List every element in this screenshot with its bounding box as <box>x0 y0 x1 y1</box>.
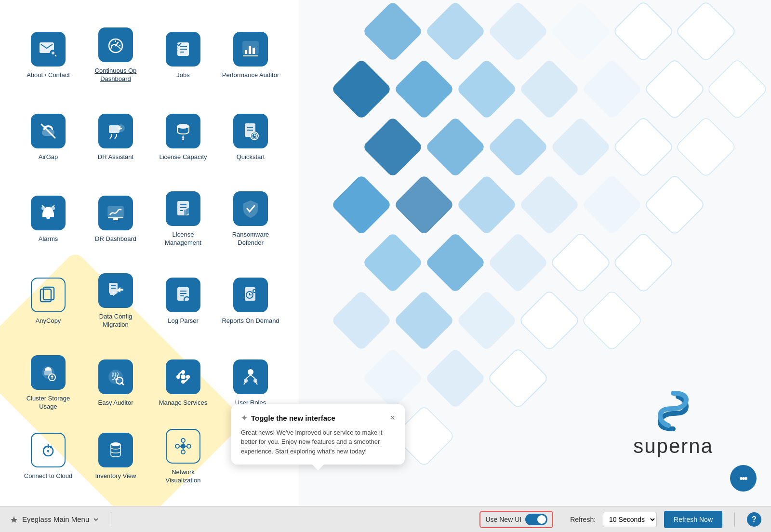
anycopy-label: AnyCopy <box>36 317 61 325</box>
svg-rect-119 <box>518 174 580 235</box>
svg-rect-111 <box>425 116 486 177</box>
cluster-storage-usage-item[interactable]: Cluster Storage Usage <box>14 342 82 424</box>
svg-rect-132 <box>362 347 423 409</box>
svg-line-10 <box>176 46 177 48</box>
svg-point-89 <box>175 444 179 448</box>
quickstart-icon <box>233 114 268 148</box>
performance-auditor-item[interactable]: Performance Auditor <box>217 14 284 96</box>
easy-auditor-item[interactable]: 010101 Easy Auditor <box>82 342 149 424</box>
svg-point-35 <box>51 206 55 210</box>
inventory-view-item[interactable]: Inventory View <box>82 424 149 490</box>
svg-rect-37 <box>108 206 123 217</box>
svg-rect-98 <box>425 0 486 62</box>
svg-rect-107 <box>581 58 642 120</box>
manage-services-icon <box>166 359 200 394</box>
svg-point-87 <box>111 442 120 446</box>
license-capacity-item[interactable]: License Capacity <box>149 96 217 178</box>
manage-services-item[interactable]: Manage Services <box>149 342 217 424</box>
airgap-icon <box>31 114 66 148</box>
data-config-migration-icon <box>98 273 133 308</box>
svg-point-90 <box>187 444 191 448</box>
performance-auditor-label: Performance Auditor <box>222 71 279 80</box>
toggle-interface-tooltip: ✦ Toggle the new interface × Great news!… <box>231 404 405 465</box>
refresh-now-button[interactable]: Refresh Now <box>664 511 722 528</box>
user-roles-icon <box>233 359 268 394</box>
svg-rect-134 <box>487 347 548 409</box>
dr-dashboard-item[interactable]: DR Dashboard <box>82 178 149 260</box>
license-management-item[interactable]: License Management <box>149 178 217 260</box>
use-new-ui-toggle[interactable] <box>525 514 547 525</box>
svg-rect-129 <box>456 290 517 351</box>
main-menu-button[interactable]: Eyeglass Main Menu <box>10 515 99 524</box>
anycopy-item[interactable]: AnyCopy <box>14 260 82 342</box>
toolbar-divider-2 <box>734 512 735 527</box>
svg-marker-23 <box>182 135 185 138</box>
svg-rect-127 <box>331 290 392 351</box>
data-config-migration-label: Data Config Migration <box>87 313 145 329</box>
network-visualization-icon <box>166 429 200 464</box>
license-capacity-label: License Capacity <box>160 153 207 161</box>
about-contact-icon <box>31 32 66 66</box>
svg-line-80 <box>251 375 255 379</box>
airgap-label: AirGap <box>39 153 58 161</box>
svg-point-139 <box>744 477 747 480</box>
use-new-ui-container: Use New UI <box>479 511 553 528</box>
svg-point-76 <box>248 369 253 375</box>
svg-rect-112 <box>487 116 548 177</box>
tooltip-star-icon: ✦ <box>241 413 247 423</box>
quickstart-item[interactable]: Quickstart <box>217 96 284 178</box>
svg-rect-114 <box>612 116 674 177</box>
svg-point-33 <box>41 206 45 210</box>
tooltip-title: ✦ Toggle the new interface <box>241 413 335 423</box>
svg-rect-15 <box>253 48 255 54</box>
svg-point-92 <box>181 450 185 454</box>
tooltip-body-text: Great news! We've improved our service t… <box>241 428 395 456</box>
log-parser-item[interactable]: Log Parser <box>149 260 217 342</box>
connect-to-cloud-item[interactable]: N Connect to Cloud <box>14 424 82 490</box>
tooltip-close-button[interactable]: × <box>390 413 395 423</box>
airgap-item[interactable]: AirGap <box>14 96 82 178</box>
superna-s-icon <box>651 389 695 433</box>
ransomware-defender-item[interactable]: Ransomware Defender <box>217 178 284 260</box>
svg-rect-103 <box>331 58 392 120</box>
svg-rect-125 <box>550 232 611 293</box>
svg-line-79 <box>246 375 251 379</box>
chat-bubble-button[interactable] <box>730 465 757 492</box>
svg-rect-121 <box>644 174 705 235</box>
svg-point-73 <box>186 375 190 379</box>
svg-rect-102 <box>675 0 736 62</box>
dr-assistant-item[interactable]: DR Assistant <box>82 96 149 178</box>
svg-point-74 <box>181 370 185 374</box>
quickstart-label: Quickstart <box>237 153 265 161</box>
svg-rect-105 <box>456 58 517 120</box>
svg-rect-110 <box>362 116 423 177</box>
data-config-migration-item[interactable]: Data Config Migration <box>82 260 149 342</box>
license-management-icon <box>166 191 200 226</box>
svg-rect-120 <box>581 174 642 235</box>
refresh-interval-select[interactable]: 10 Seconds 5 Seconds 30 Seconds 1 Minute <box>603 512 657 527</box>
alarms-item[interactable]: Alarms <box>14 178 82 260</box>
use-new-ui-label: Use New UI <box>485 516 521 523</box>
ransomware-defender-label: Ransomware Defender <box>222 231 279 247</box>
refresh-label: Refresh: <box>570 516 596 523</box>
ransomware-defender-icon <box>233 191 268 226</box>
toggle-knob <box>537 515 546 524</box>
svg-rect-109 <box>706 58 768 120</box>
svg-rect-118 <box>456 174 517 235</box>
help-button[interactable]: ? <box>747 512 761 527</box>
reports-on-demand-icon <box>233 278 268 312</box>
svg-line-3 <box>55 55 56 56</box>
jobs-item[interactable]: Jobs <box>149 14 217 96</box>
inventory-view-label: Inventory View <box>95 472 136 480</box>
svg-rect-13 <box>245 50 247 54</box>
network-visualization-label: Network Visualization <box>154 468 212 485</box>
log-parser-icon <box>166 278 200 312</box>
about-contact-item[interactable]: About / Contact <box>14 14 82 96</box>
easy-auditor-label: Easy Auditor <box>98 399 133 407</box>
network-visualization-item[interactable]: Network Visualization <box>149 424 217 490</box>
svg-rect-14 <box>249 46 251 54</box>
continuous-op-dashboard-item[interactable]: Continuous Op Dashboard <box>82 14 149 96</box>
svg-line-36 <box>53 205 54 207</box>
svg-point-71 <box>181 374 186 379</box>
reports-on-demand-item[interactable]: Reports On Demand <box>217 260 284 342</box>
